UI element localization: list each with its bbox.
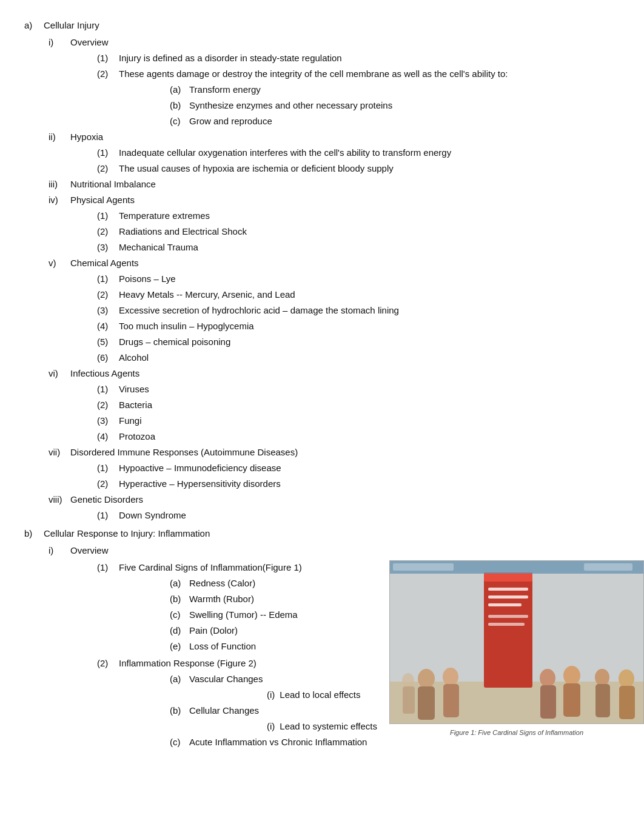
item-label: (b) — [170, 703, 184, 718]
list-item: (i) Lead to systemic effects — [267, 719, 377, 734]
list-item: (6) Alcohol — [97, 350, 620, 365]
item-text: Hypoactive – Immunodeficiency disease — [119, 461, 281, 475]
item-text: Swelling (Tumor) -- Edema — [189, 608, 298, 622]
list-item: (d) Pain (Dolor) — [170, 623, 377, 638]
item-text: Down Syndrome — [119, 508, 186, 523]
item-text: Mechanical Trauma — [119, 240, 198, 255]
list-item: (c) Acute Inflammation vs Chronic Inflam… — [170, 735, 377, 749]
svg-point-11 — [563, 666, 580, 685]
item-num: (5) — [97, 335, 114, 349]
item-num: (2) — [97, 287, 114, 302]
list-item: (4) Too much insulin – Hypoglycemia — [97, 319, 620, 334]
sub-v-items: (1) Poisons – Lye (2) Heavy Metals -- Me… — [97, 272, 620, 365]
figure-1-image — [389, 560, 644, 724]
item-label: (a) — [170, 576, 184, 591]
list-item: (3) Mechanical Trauma — [97, 240, 620, 255]
sub-ii-items: (1) Inadequate cellular oxygenation inte… — [97, 146, 620, 176]
sub-vii-header: vii) Disordered Immune Responses (Autoim… — [49, 445, 620, 460]
item-text: These agents damage or destroy the integ… — [119, 67, 508, 81]
item-text: Bacteria — [119, 398, 152, 412]
item-num: (2) — [97, 477, 114, 491]
item-label: (c) — [170, 735, 184, 749]
list-item: (1) Hypoactive – Immunodeficiency diseas… — [97, 461, 620, 475]
list-item: (b) Synthesize enzymes and other necessa… — [170, 98, 620, 113]
item-num: (1) — [97, 560, 114, 575]
sub-iii-nutritional: iii) Nutritional Imbalance — [49, 177, 620, 192]
list-item: (1) Down Syndrome — [97, 508, 620, 523]
item-text: Transform energy — [189, 82, 261, 97]
svg-rect-22 — [488, 615, 528, 618]
list-item: (2) Inflammation Response (Figure 2) — [97, 656, 377, 671]
sub-iii-title: Nutritional Imbalance — [70, 177, 156, 192]
list-item: (b) Warmth (Rubor) — [170, 592, 377, 606]
sub-iv-physical: iv) Physical Agents (1) Temperature extr… — [49, 193, 620, 255]
sub-viii-label: viii) — [49, 492, 65, 507]
b-sub-i-label: i) — [49, 543, 65, 558]
figure-1-svg — [390, 560, 643, 724]
item-text: Fungi — [119, 414, 142, 428]
inflammation-response-sub: (a) Vascular Changes (i) Lead to local e… — [170, 672, 377, 749]
sub-vi-items: (1) Viruses (2) Bacteria (3) Fungi (4) P… — [97, 382, 620, 444]
list-item: (2) Bacteria — [97, 398, 620, 412]
svg-point-9 — [540, 669, 555, 687]
sub-ii-title: Hypoxia — [70, 130, 103, 144]
item-text: Excessive secretion of hydrochloric acid… — [119, 303, 399, 318]
svg-rect-4 — [484, 572, 532, 582]
svg-rect-19 — [488, 588, 528, 591]
item-text: Inflammation Response (Figure 2) — [119, 656, 257, 671]
item-text: Lead to local effects — [280, 688, 360, 702]
svg-rect-20 — [488, 595, 528, 599]
list-item: (1) Five Cardinal Signs of Inflammation(… — [97, 560, 377, 575]
item-text: Viruses — [119, 382, 149, 397]
sub-vi-label: vi) — [49, 366, 65, 381]
section-a-label: a) — [24, 18, 39, 33]
sub-i-items: (1) Injury is defined as a disorder in s… — [97, 51, 620, 129]
item-text: Five Cardinal Signs of Inflammation(Figu… — [119, 560, 302, 575]
sub-v-chemical: v) Chemical Agents (1) Poisons – Lye (2)… — [49, 256, 620, 365]
svg-rect-8 — [443, 684, 459, 717]
list-item: (e) Loss of Function — [170, 639, 377, 654]
svg-rect-12 — [563, 683, 580, 717]
item-num: (1) — [97, 461, 114, 475]
sub-v-header: v) Chemical Agents — [49, 256, 620, 270]
sub-i-header: i) Overview — [49, 35, 620, 50]
svg-rect-18 — [403, 686, 415, 714]
cardinal-signs-section: (1) Five Cardinal Signs of Inflammation(… — [97, 560, 620, 751]
item-text: Too much insulin – Hypoglycemia — [119, 319, 254, 334]
list-item: (1) Poisons – Lye — [97, 272, 620, 286]
item-num: (2) — [97, 161, 114, 176]
sub-iv-label: iv) — [49, 193, 65, 207]
item-text: Grow and reproduce — [189, 114, 272, 129]
cardinal-signs-sub: (a) Redness (Calor) (b) Warmth (Rubor) (… — [170, 576, 377, 654]
sub-v-title: Chemical Agents — [70, 256, 139, 270]
list-item: (c) Grow and reproduce — [170, 114, 620, 129]
sub-i-overview: i) Overview (1) Injury is defined as a d… — [49, 35, 620, 129]
sub-viii-title: Genetic Disorders — [70, 492, 143, 507]
item-num: (2) — [97, 398, 114, 412]
list-item: (1) Injury is defined as a disorder in s… — [97, 51, 620, 65]
item-text: Alcohol — [119, 350, 149, 365]
item-text: Radiations and Electrical Shock — [119, 224, 247, 239]
sub-vii-title: Disordered Immune Responses (Autoimmune … — [70, 445, 298, 460]
item-text: Vascular Changes — [189, 672, 263, 686]
svg-rect-26 — [584, 563, 632, 571]
sub-viii-header: viii) Genetic Disorders — [49, 492, 620, 507]
item-label: (b) — [170, 592, 184, 606]
item-label: (a) — [170, 82, 184, 97]
item-label: (a) — [170, 672, 184, 686]
item-num: (4) — [97, 429, 114, 444]
item-num: (1) — [97, 382, 114, 397]
sub-ii-header: ii) Hypoxia — [49, 130, 620, 144]
item-label: (i) — [267, 719, 275, 734]
list-item: (a) Redness (Calor) — [170, 576, 377, 591]
list-item: (a) Vascular Changes — [170, 672, 377, 686]
sub-v-label: v) — [49, 256, 65, 270]
item-text: Injury is defined as a disorder in stead… — [119, 51, 342, 65]
svg-rect-23 — [488, 623, 525, 626]
sub-vi-infectious: vi) Infectious Agents (1) Viruses (2) Ba… — [49, 366, 620, 444]
sub-iii-label: iii) — [49, 177, 65, 192]
figure-1-caption: Figure 1: Five Cardinal Signs of Inflamm… — [450, 728, 583, 739]
document-outline: a) Cellular Injury i) Overview (1) Injur… — [24, 18, 620, 751]
vascular-sub: (i) Lead to local effects — [267, 688, 377, 702]
item-num: (4) — [97, 319, 114, 334]
